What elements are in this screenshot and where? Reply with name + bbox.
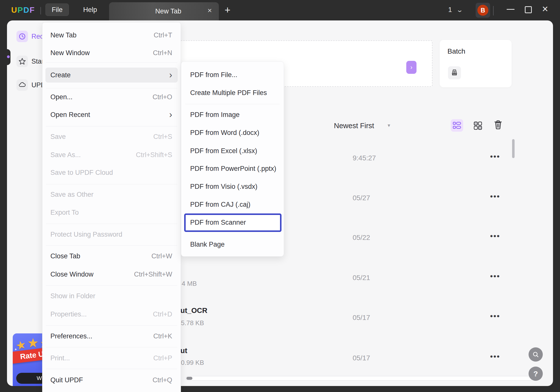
file-row-date: 05/17 — [353, 354, 370, 362]
horizontal-scrollbar[interactable] — [186, 376, 533, 381]
batch-title: Batch — [447, 47, 465, 55]
menu-divider — [46, 347, 177, 347]
file-row-date: 05/21 — [353, 274, 370, 282]
submenu-item-pdf-from-scanner[interactable]: PDF from Scanner — [181, 216, 284, 228]
updf-logo: UPDF — [11, 5, 35, 15]
horizontal-scrollbar-thumb[interactable] — [186, 377, 192, 380]
submenu-item-create-multiple-pdf-files[interactable]: Create Multiple PDF Files — [181, 87, 284, 99]
more-options-button[interactable]: ••• — [490, 312, 500, 320]
menu-item-properties: Properties...Ctrl+D — [42, 308, 181, 320]
menu-item-save: SaveCtrl+S — [42, 131, 181, 143]
chevron-down-icon[interactable]: ⌄ — [456, 6, 463, 13]
menu-help[interactable]: Help — [79, 3, 101, 16]
account-button[interactable]: B — [476, 3, 490, 18]
submenu-item-pdf-from-caj[interactable]: PDF from CAJ (.caj) — [181, 198, 284, 210]
submenu-item-pdf-from-powerpoint[interactable]: PDF from PowerPoint (.pptx) — [181, 163, 284, 175]
submenu-item-pdf-from-word[interactable]: PDF from Word (.docx) — [181, 127, 284, 139]
menu-item-show-in-folder: Show in Folder — [42, 290, 181, 302]
list-view-button[interactable] — [451, 119, 463, 132]
maximize-button[interactable] — [525, 6, 532, 13]
dropzone-next-button[interactable]: › — [406, 61, 417, 74]
question-icon: ? — [533, 370, 538, 378]
chevron-right-icon: › — [169, 111, 172, 118]
menu-divider — [46, 88, 177, 88]
menu-item-protect-using-password: Protect Using Password — [42, 228, 181, 240]
avatar: B — [477, 5, 488, 16]
clock-icon — [18, 33, 26, 40]
titlebar-divider — [40, 7, 41, 14]
menu-divider — [46, 369, 177, 369]
submenu-item-pdf-from-image[interactable]: PDF from Image — [181, 109, 284, 121]
menu-file[interactable]: File — [45, 3, 69, 16]
recent-active-dot — [7, 55, 10, 58]
menu-divider — [46, 62, 177, 63]
chevron-down-icon[interactable]: ▼ — [387, 123, 391, 128]
submenu-item-blank-page[interactable]: Blank Page — [181, 238, 284, 250]
menu-item-close-window[interactable]: Close WindowCtrl+Shift+W — [42, 268, 181, 280]
sidebar-item-updf-cloud[interactable] — [16, 79, 28, 91]
file-size: 5.78 KB — [181, 319, 204, 327]
menu-divider — [46, 245, 177, 246]
file-row-date: 9:45:27 — [353, 154, 376, 162]
file-row-date: 05/17 — [353, 314, 370, 322]
titlebar: UPDF File Help New Tab × + 1 ⌄ B × — [0, 0, 560, 20]
more-options-button[interactable]: ••• — [490, 192, 500, 201]
help-button[interactable]: ? — [529, 367, 543, 381]
page-count[interactable]: 1 — [448, 6, 452, 14]
menu-divider — [46, 184, 177, 184]
create-submenu: PDF from File... Create Multiple PDF Fil… — [181, 61, 284, 257]
more-options-button[interactable]: ••• — [490, 152, 500, 161]
star-icon — [18, 57, 26, 65]
sort-dropdown[interactable]: Newest First — [334, 122, 374, 130]
menu-item-preferences[interactable]: Preferences...Ctrl+K — [42, 330, 181, 342]
more-options-button[interactable]: ••• — [490, 272, 500, 281]
menu-divider — [185, 104, 280, 104]
add-tab-button[interactable]: + — [225, 4, 230, 16]
menu-item-export-to: Export To — [42, 206, 181, 218]
tab-close-icon[interactable]: × — [207, 6, 212, 15]
list-view-icon — [452, 121, 461, 130]
menu-item-new-tab[interactable]: New TabCtrl+T — [42, 29, 181, 41]
submenu-item-pdf-from-excel[interactable]: PDF from Excel (.xlsx) — [181, 145, 284, 157]
trash-icon — [494, 120, 502, 130]
menu-item-save-as: Save As...Ctrl+Shift+S — [42, 149, 181, 161]
more-options-button[interactable]: ••• — [490, 352, 500, 361]
menu-item-close-tab[interactable]: Close TabCtrl+W — [42, 250, 181, 262]
menu-divider — [46, 325, 177, 326]
submenu-item-pdf-from-file[interactable]: PDF from File... — [181, 69, 284, 81]
chevron-right-icon: › — [169, 71, 172, 79]
file-size: 4 MB — [182, 280, 197, 288]
file-name[interactable]: ut — [180, 347, 187, 355]
sparkle-icon: ✦ — [14, 347, 17, 351]
menu-item-save-to-updf-cloud: Save to UPDF Cloud — [42, 167, 181, 179]
star-icon: ★ — [27, 335, 39, 350]
submenu-item-pdf-from-visio[interactable]: PDF from Visio (.vsdx) — [181, 181, 284, 193]
menu-item-save-as-other: Save as Other — [42, 189, 181, 200]
menu-item-create[interactable]: Create› — [42, 69, 181, 81]
file-menu: New TabCtrl+T New WindowCtrl+N Create› O… — [42, 22, 181, 392]
minimize-button[interactable] — [507, 9, 515, 10]
menu-item-open[interactable]: Open...Ctrl+O — [42, 91, 181, 103]
menu-divider — [46, 224, 177, 224]
cloud-icon — [18, 81, 26, 89]
search-button[interactable] — [529, 347, 543, 362]
batch-card[interactable]: Batch — [440, 40, 512, 87]
vertical-scrollbar[interactable] — [512, 139, 515, 158]
menu-item-open-recent[interactable]: Open Recent› — [42, 109, 181, 121]
delete-button[interactable] — [494, 120, 502, 130]
menu-item-new-window[interactable]: New WindowCtrl+N — [42, 47, 181, 59]
grid-view-button[interactable] — [473, 121, 482, 130]
scanner-stack-icon — [448, 66, 461, 79]
file-row-date: 05/27 — [353, 194, 370, 202]
close-window-button[interactable]: × — [542, 3, 548, 15]
sidebar-item-starred[interactable] — [16, 56, 28, 67]
file-row-date: 05/22 — [353, 234, 370, 242]
sidebar-item-recent[interactable] — [16, 31, 28, 42]
tab-label: New Tab — [155, 7, 181, 15]
menu-divider — [46, 126, 177, 126]
file-name[interactable]: ut_OCR — [180, 306, 207, 315]
tab-new-tab[interactable]: New Tab × — [109, 2, 219, 20]
menu-item-quit-updf[interactable]: Quit UPDFCtrl+Q — [42, 374, 181, 386]
more-options-button[interactable]: ••• — [490, 232, 500, 240]
titlebar-divider — [493, 6, 494, 15]
